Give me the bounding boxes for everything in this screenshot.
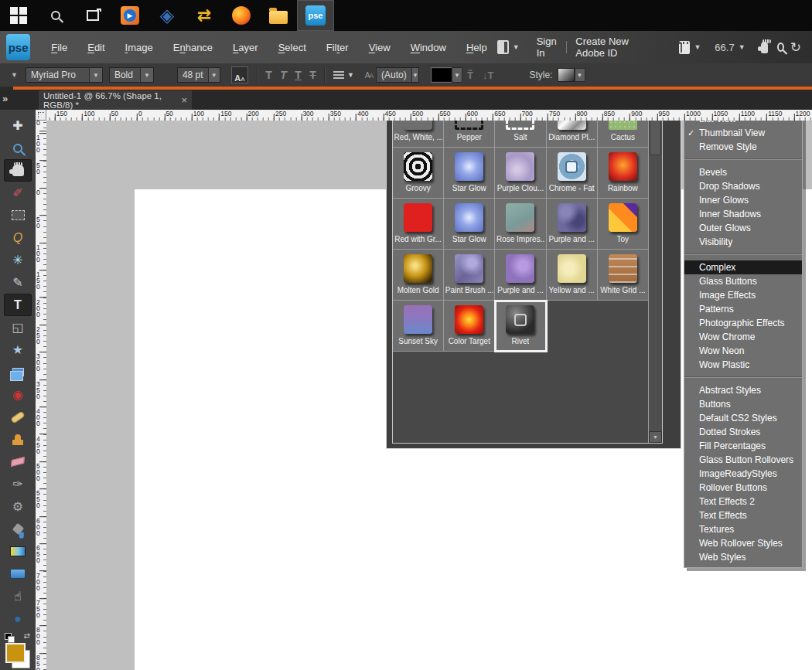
zoom-level-value[interactable]: 66.7 bbox=[715, 42, 734, 53]
style-item-rainbow[interactable]: Rainbow bbox=[598, 148, 649, 199]
organizer-dropdown-icon[interactable]: ▼ bbox=[694, 43, 701, 51]
font-style-combo[interactable]: Bold ▼ bbox=[109, 67, 154, 83]
font-family-combo[interactable]: Myriad Pro ▼ bbox=[26, 67, 103, 83]
style-item-purple-clou[interactable]: Purple Clou... bbox=[495, 148, 546, 199]
font-size-dropdown-icon[interactable]: ▼ bbox=[208, 68, 220, 82]
font-size-combo[interactable]: 48 pt ▼ bbox=[177, 67, 220, 83]
layout-dropdown-icon[interactable]: ▼ bbox=[513, 43, 520, 51]
text-align-icon[interactable] bbox=[333, 71, 344, 80]
menu-select[interactable]: Select bbox=[268, 37, 316, 58]
text-align-dropdown-icon[interactable]: ▼ bbox=[347, 71, 354, 79]
recompose-tool[interactable] bbox=[4, 361, 32, 383]
menu-item-inner-glows[interactable]: Inner Glows bbox=[684, 193, 802, 207]
menu-file[interactable]: File bbox=[41, 37, 77, 58]
menu-window[interactable]: Window bbox=[401, 37, 456, 58]
text-color-dropdown-icon[interactable]: ▼ bbox=[452, 67, 462, 83]
style-item-rivet[interactable]: Rivet bbox=[495, 301, 546, 352]
menu-item-thumbnail-view[interactable]: ✓Thumbnail View bbox=[684, 126, 802, 140]
anti-alias-button[interactable]: AA bbox=[231, 66, 248, 83]
hand-tool[interactable] bbox=[4, 159, 32, 182]
tool-presets-dropdown-icon[interactable]: ▼ bbox=[11, 71, 18, 79]
gradient-tool[interactable] bbox=[4, 540, 32, 563]
menu-item-image-effects[interactable]: Image Effects bbox=[684, 288, 802, 302]
menu-item-bevels[interactable]: Bevels bbox=[684, 165, 802, 179]
hand-icon[interactable] bbox=[761, 42, 768, 53]
style-item-star-glow[interactable]: Star Glow bbox=[444, 148, 495, 199]
organizer-icon[interactable] bbox=[679, 41, 691, 54]
menu-item-web-styles[interactable]: Web Styles bbox=[684, 550, 802, 564]
taskbar-icon-start[interactable] bbox=[0, 0, 37, 31]
menu-item-abstract-styles[interactable]: Abstract Styles bbox=[684, 383, 802, 397]
menu-item-buttons[interactable]: Buttons bbox=[684, 397, 802, 411]
taskbar-icon-virtualbox[interactable]: ◈ bbox=[148, 0, 186, 31]
menu-item-dotted-strokes[interactable]: Dotted Strokes bbox=[684, 425, 802, 439]
toolbox-collapse-button[interactable]: » bbox=[2, 93, 6, 104]
sign-in-link[interactable]: Sign In bbox=[537, 36, 557, 59]
menu-help[interactable]: Help bbox=[456, 37, 497, 58]
healing-brush-tool[interactable] bbox=[4, 406, 32, 428]
menu-item-photographic-effects[interactable]: Photographic Effects bbox=[684, 316, 802, 330]
taskbar-icon-firefox[interactable] bbox=[223, 0, 260, 31]
create-adobe-id-link[interactable]: Create New Adobe ID bbox=[575, 36, 635, 59]
menu-layer[interactable]: Layer bbox=[223, 37, 268, 58]
menu-item-glass-buttons[interactable]: Glass Buttons bbox=[684, 274, 802, 288]
menu-edit[interactable]: Edit bbox=[77, 37, 114, 58]
style-item-red-with-gr[interactable]: Red with Gr... bbox=[393, 199, 444, 250]
cookie-cutter-tool[interactable]: ★ bbox=[4, 338, 32, 361]
swap-colors-icon[interactable]: ⇄ bbox=[24, 631, 30, 640]
menu-item-rollover-buttons[interactable]: Rollover Buttons bbox=[684, 481, 802, 495]
zoom-dropdown-icon[interactable]: ▼ bbox=[739, 43, 745, 51]
style-item-molten-gold[interactable]: Molten Gold bbox=[393, 250, 444, 301]
blur-tool[interactable]: ● bbox=[4, 607, 32, 630]
menu-item-outer-glows[interactable]: Outer Glows bbox=[684, 221, 802, 235]
style-item-chrome-fat[interactable]: Chrome - Fat bbox=[547, 148, 598, 199]
style-item-purple-and[interactable]: Purple and ... bbox=[495, 250, 546, 301]
taskbar-icon-task-view[interactable] bbox=[74, 0, 111, 31]
taskbar-icon-search[interactable] bbox=[37, 0, 74, 31]
close-icon[interactable]: × bbox=[181, 94, 187, 106]
type-tool[interactable]: T bbox=[4, 294, 32, 316]
style-item-sunset-sky[interactable]: Sunset Sky bbox=[393, 301, 444, 352]
menu-item-wow-chrome[interactable]: Wow Chrome bbox=[684, 330, 802, 344]
zoom-icon[interactable] bbox=[777, 43, 784, 52]
selection-brush-tool[interactable]: ✎ bbox=[4, 271, 32, 294]
scrollbar[interactable]: ▲ ▼ bbox=[648, 97, 662, 443]
style-item-star-glow[interactable]: Star Glow bbox=[444, 199, 495, 250]
strikethrough-button[interactable]: T bbox=[305, 69, 320, 81]
style-item-groovy[interactable]: Groovy bbox=[393, 148, 444, 199]
taskbar-icon-photoshop-elements[interactable]: pse bbox=[297, 0, 334, 31]
vertical-type-icon[interactable]: ↓T bbox=[483, 70, 493, 81]
paint-bucket-tool[interactable] bbox=[4, 518, 32, 540]
menu-item-textures[interactable]: Textures bbox=[684, 522, 802, 536]
warp-text-icon[interactable]: T̃ bbox=[467, 70, 473, 81]
font-style-dropdown-icon[interactable]: ▼ bbox=[140, 68, 153, 82]
taskbar-icon-file-explorer[interactable] bbox=[260, 0, 297, 31]
menu-item-visibility[interactable]: Visibility bbox=[684, 235, 802, 249]
faux-bold-button[interactable]: T bbox=[261, 69, 276, 81]
foreground-color-swatch[interactable] bbox=[5, 643, 26, 663]
menu-item-inner-shadows[interactable]: Inner Shadows bbox=[684, 207, 802, 221]
style-item-rose-impres[interactable]: Rose Impres... bbox=[495, 199, 546, 250]
menu-enhance[interactable]: Enhance bbox=[163, 37, 223, 58]
style-item-toy[interactable]: Toy bbox=[598, 199, 649, 250]
smart-brush-tool[interactable]: ⚙ bbox=[4, 495, 32, 518]
leading-combo[interactable]: (Auto) ▼ bbox=[376, 67, 419, 83]
style-dropdown-icon[interactable]: ▼ bbox=[575, 68, 585, 82]
style-item-purple-and[interactable]: Purple and ... bbox=[547, 199, 598, 250]
menu-image[interactable]: Image bbox=[115, 37, 163, 58]
menu-item-imagereadystyles[interactable]: ImageReadyStyles bbox=[684, 467, 802, 481]
menu-item-wow-plastic[interactable]: Wow Plastic bbox=[684, 358, 802, 372]
style-item-paint-brush[interactable]: Paint Brush ... bbox=[444, 250, 495, 301]
crop-tool[interactable]: ◱ bbox=[4, 316, 32, 338]
brush-tool[interactable]: ✑ bbox=[4, 473, 32, 495]
scroll-down-icon[interactable]: ▼ bbox=[649, 431, 662, 443]
menu-item-default-cs2-styles[interactable]: Default CS2 Styles bbox=[684, 411, 802, 425]
underline-button[interactable]: T bbox=[291, 69, 305, 81]
style-item-white-grid[interactable]: White Grid ... bbox=[598, 250, 649, 301]
magic-wand-tool[interactable]: ✳ bbox=[4, 249, 32, 271]
red-eye-tool[interactable]: ◉ bbox=[4, 383, 32, 406]
eyedropper-tool[interactable]: ✐ bbox=[4, 182, 32, 204]
menu-item-fill-percentages[interactable]: Fill Percentages bbox=[684, 439, 802, 453]
eraser-tool[interactable] bbox=[4, 451, 32, 473]
menu-item-drop-shadows[interactable]: Drop Shadows bbox=[684, 179, 802, 193]
